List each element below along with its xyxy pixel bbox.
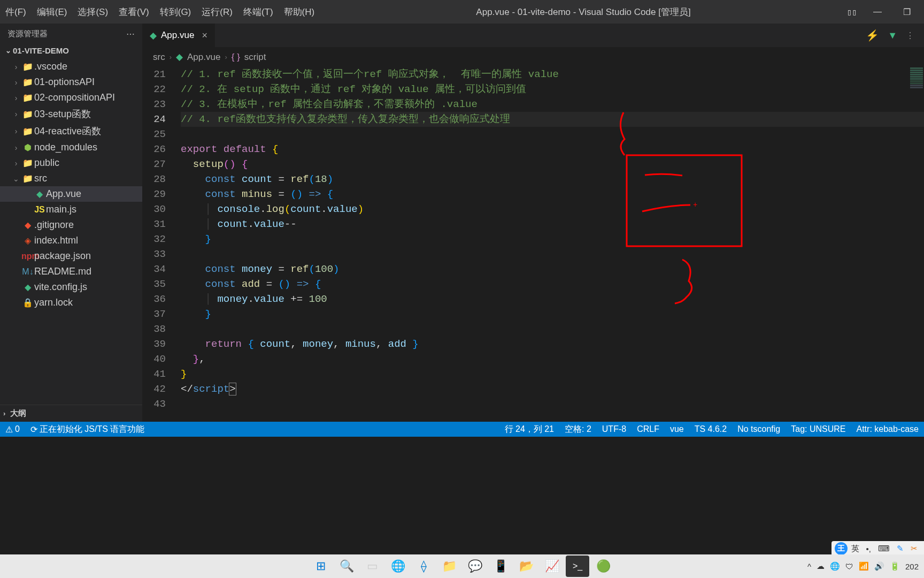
menu-item[interactable]: 件(F) <box>0 6 32 18</box>
search-icon[interactable]: 🔍 <box>335 556 358 577</box>
code-area[interactable]: // 1. ref 函数接收一个值，返回一个ref 响应式对象， 有唯一的属性 … <box>181 67 924 422</box>
tree-item[interactable]: ◈index.html <box>0 233 142 248</box>
task-view-icon[interactable]: ▭ <box>360 556 384 577</box>
chrome-icon[interactable]: 🌐 <box>386 556 410 577</box>
app-green-icon[interactable]: 🟢 <box>591 556 615 577</box>
tree-item[interactable]: ◆.gitignore <box>0 217 142 233</box>
close-icon[interactable]: × <box>198 30 207 41</box>
status-lang[interactable]: vue <box>665 422 689 437</box>
status-eol[interactable]: CRLF <box>632 422 665 437</box>
outline-section[interactable]: › 大纲 <box>0 405 142 422</box>
ime-lang[interactable]: 英 <box>848 544 863 554</box>
vue-icon: ◆ <box>176 51 183 63</box>
app-orange-icon[interactable]: 📂 <box>514 556 538 577</box>
vite-icon[interactable]: ⚡ <box>866 29 879 42</box>
tree-item[interactable]: ›⬢node_modules <box>0 140 142 155</box>
maximize-button[interactable]: ❐ <box>898 7 916 17</box>
menu-bar: 件(F)编辑(E)选择(S)查看(V)转到(G)运行(R)终端(T)帮助(H) <box>0 0 320 24</box>
chevron-right-icon: › <box>225 53 227 61</box>
tree-item[interactable]: ⌄📁src <box>0 171 142 186</box>
battery-icon[interactable]: 🔋 <box>890 561 900 571</box>
explorer-sidebar: 资源管理器 ⋯ ⌄ 01-VITE-DEMO ›📁.vscode›📁01-opt… <box>0 24 142 422</box>
editor-panel: ◆ App.vue × ⚡ ▼ ⋮ src › ◆ App.vue › { } … <box>142 24 924 422</box>
tree-item[interactable]: npmpackage.json <box>0 248 142 264</box>
onedrive-icon[interactable]: ☁ <box>817 561 825 571</box>
breadcrumb-src[interactable]: src <box>153 52 165 63</box>
menu-item[interactable]: 帮助(H) <box>279 6 320 18</box>
tree-item[interactable]: ◆App.vue <box>0 186 142 202</box>
explorer-title: 资源管理器 <box>7 29 48 39</box>
tab-app-vue[interactable]: ◆ App.vue × <box>142 24 215 47</box>
tree-item[interactable]: ›📁.vscode <box>0 59 142 74</box>
lang-icon[interactable]: 🌐 <box>830 561 840 571</box>
line-gutter: 2122232425262728293031323334353637383940… <box>142 67 181 422</box>
menu-item[interactable]: 选择(S) <box>72 6 113 18</box>
more-icon[interactable]: ⋯ <box>126 29 135 39</box>
wifi-icon[interactable]: 📶 <box>859 561 869 571</box>
app-pink-icon[interactable]: 📱 <box>489 556 512 577</box>
status-position[interactable]: 行 24，列 21 <box>499 422 559 437</box>
clock[interactable]: 202 <box>905 562 919 571</box>
status-problems[interactable]: ⚠ 0 <box>0 422 25 437</box>
app-qq-icon[interactable]: 💬 <box>463 556 487 577</box>
more-icon[interactable]: ⋮ <box>906 31 914 41</box>
menu-item[interactable]: 运行(R) <box>196 6 238 18</box>
menu-item[interactable]: 转到(G) <box>155 6 197 18</box>
security-icon[interactable]: 🛡 <box>845 562 853 571</box>
status-ts[interactable]: TS 4.6.2 <box>689 422 732 437</box>
ime-cut-icon[interactable]: ✂ <box>907 544 921 553</box>
editor-tabs: ◆ App.vue × ⚡ ▼ ⋮ <box>142 24 924 47</box>
status-init[interactable]: ⟳ 正在初始化 JS/TS 语言功能 <box>25 422 150 437</box>
vue-icon[interactable]: ▼ <box>888 30 897 41</box>
taskbar: ⊞ 🔍 ▭ 🌐 ⟠ 📁 💬 📱 📂 📈 >_ 🟢 ^ ☁ 🌐 🛡 📶 🔊 🔋 2… <box>0 554 924 578</box>
app-graph-icon[interactable]: 📈 <box>540 556 564 577</box>
symbol-icon: { } <box>232 52 240 63</box>
ime-punct-icon[interactable]: •, <box>863 544 874 553</box>
tree-item[interactable]: ◆vite.config.js <box>0 279 142 295</box>
statusbar: ⚠ 0 ⟳ 正在初始化 JS/TS 语言功能 行 24，列 21 空格: 2 U… <box>0 422 924 437</box>
explorer-icon[interactable]: 📁 <box>437 556 461 577</box>
tree-item[interactable]: ›📁public <box>0 155 142 171</box>
chevron-right-icon: › <box>170 53 172 61</box>
status-attr[interactable]: Attr: kebab-case <box>851 422 925 437</box>
status-tsconfig[interactable]: No tsconfig <box>732 422 786 437</box>
breadcrumb-symbol[interactable]: script <box>244 52 266 63</box>
ime-bar[interactable]: 王 英 •, ⌨ ✎ ✂ <box>831 541 924 556</box>
start-button[interactable]: ⊞ <box>309 556 333 577</box>
layout-icon[interactable]: ▯▯ <box>847 7 857 17</box>
tree-item[interactable]: ›📁01-optionsAPI <box>0 74 142 90</box>
minimize-button[interactable]: — <box>868 7 887 17</box>
tree-item[interactable]: ›📁02-compositionAPI <box>0 90 142 105</box>
tree-item[interactable]: JSmain.js <box>0 202 142 217</box>
vue-icon: ◆ <box>150 30 157 41</box>
chevron-up-icon[interactable]: ^ <box>807 562 811 571</box>
status-encoding[interactable]: UTF-8 <box>597 422 632 437</box>
file-tree: ›📁.vscode›📁01-optionsAPI›📁02-composition… <box>0 57 142 405</box>
menu-item[interactable]: 终端(T) <box>238 6 279 18</box>
tree-item[interactable]: ›📁03-setup函数 <box>0 105 142 123</box>
volume-icon[interactable]: 🔊 <box>874 561 884 571</box>
project-root[interactable]: ⌄ 01-VITE-DEMO <box>0 44 142 57</box>
menu-item[interactable]: 查看(V) <box>113 6 155 18</box>
status-tag[interactable]: Tag: UNSURE <box>786 422 851 437</box>
breadcrumb-file[interactable]: App.vue <box>187 52 220 63</box>
code-editor[interactable]: 2122232425262728293031323334353637383940… <box>142 67 924 422</box>
tree-item[interactable]: ›📁04-reactive函数 <box>0 123 142 140</box>
ime-badge[interactable]: 王 <box>835 542 848 555</box>
tree-item[interactable]: M↓README.md <box>0 264 142 279</box>
terminal-icon[interactable]: >_ <box>566 556 589 577</box>
titlebar: 件(F)编辑(E)选择(S)查看(V)转到(G)运行(R)终端(T)帮助(H) … <box>0 0 924 24</box>
tab-label: App.vue <box>161 30 194 41</box>
vscode-icon[interactable]: ⟠ <box>412 556 435 577</box>
system-tray[interactable]: ^ ☁ 🌐 🛡 📶 🔊 🔋 202 <box>807 561 919 571</box>
ime-edit-icon[interactable]: ✎ <box>894 544 907 553</box>
tree-item[interactable]: 🔒yarn.lock <box>0 295 142 310</box>
status-spaces[interactable]: 空格: 2 <box>559 422 597 437</box>
window-title: App.vue - 01-vite-demo - Visual Studio C… <box>320 6 847 18</box>
minimap[interactable] <box>909 67 924 217</box>
menu-item[interactable]: 编辑(E) <box>32 6 73 18</box>
ime-keyboard-icon[interactable]: ⌨ <box>875 544 893 553</box>
breadcrumb[interactable]: src › ◆ App.vue › { } script <box>142 47 924 67</box>
